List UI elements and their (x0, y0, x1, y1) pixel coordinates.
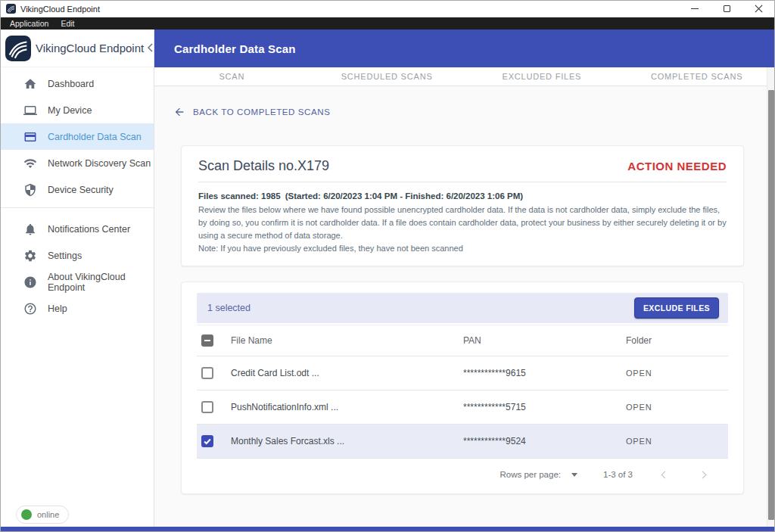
minimize-button[interactable] (679, 1, 711, 17)
sidebar-item-dashboard[interactable]: Dashboard (1, 70, 154, 97)
file-name: PushNotificationInfo.xml ... (227, 402, 463, 412)
help-icon (23, 302, 37, 316)
file-table-card: 1 selected EXCLUDE FILES File Name PAN F… (181, 282, 744, 494)
file-name: Credit Card List.odt ... (227, 368, 463, 378)
pan-value: ************9524 (463, 436, 626, 446)
bell-icon (23, 222, 37, 236)
minimize-icon (691, 8, 699, 9)
exclude-files-button[interactable]: EXCLUDE FILES (634, 297, 719, 319)
window-title: VikingCloud Endpoint (20, 5, 100, 14)
column-header-folder: Folder (626, 335, 728, 346)
table-header-row: File Name PAN Folder (197, 325, 728, 356)
sidebar-item-notifications-center[interactable]: Notifications Center (1, 216, 154, 242)
table-row-selected: Monthly Sales Forcast.xls ... **********… (197, 425, 728, 459)
sidebar-item-my-device[interactable]: My Device (1, 97, 154, 123)
selection-toolbar: 1 selected EXCLUDE FILES (197, 293, 728, 323)
column-header-pan: PAN (463, 335, 626, 346)
open-folder-link[interactable]: OPEN (626, 437, 728, 446)
next-page-button[interactable] (696, 468, 708, 481)
close-icon (755, 5, 763, 13)
menu-edit[interactable]: Edit (54, 17, 80, 30)
pan-value: ************9615 (463, 368, 626, 378)
sidebar-header: VikingCloud Endpoint (1, 30, 154, 67)
file-name: Monthly Sales Forcast.xls ... (227, 436, 463, 446)
row-checkbox[interactable] (201, 367, 213, 379)
scan-details-card: Scan Details no.X179 ACTION NEEDED Files… (181, 145, 744, 266)
sidebar-item-settings[interactable]: Settings (1, 242, 154, 269)
rows-per-page-dropdown[interactable] (571, 473, 577, 477)
chevron-right-icon (699, 471, 706, 478)
pan-value: ************5715 (463, 402, 626, 412)
scan-details-title: Scan Details no.X179 (198, 158, 329, 174)
vertical-scrollbar[interactable] (767, 67, 774, 528)
sidebar-item-network-discovery-scan[interactable]: Network Discovery Scan (1, 150, 154, 176)
window-bottom-accent (1, 527, 774, 531)
app-logo-icon (6, 4, 16, 14)
back-to-completed-scans-link[interactable]: BACK TO COMPLETED SCANS (173, 106, 330, 118)
brand-logo-icon (5, 36, 31, 61)
brand-name: VikingCloud Endpoint (36, 42, 144, 54)
close-button[interactable] (742, 1, 774, 17)
sidebar-nav-secondary: Notifications Center Settings About Viki… (1, 213, 154, 322)
row-checkbox-checked[interactable] (201, 435, 213, 447)
action-needed-badge: ACTION NEEDED (627, 160, 727, 173)
status-badge: online (16, 506, 69, 524)
sidebar-divider (1, 207, 154, 208)
select-all-checkbox[interactable] (201, 334, 213, 347)
table-row: Credit Card List.odt ... ************961… (197, 356, 728, 390)
divider (198, 182, 727, 182)
arrow-left-icon (173, 106, 185, 118)
pagination-range: 1-3 of 3 (603, 470, 633, 479)
sidebar-item-cardholder-data-scan[interactable]: Cardholder Data Scan (1, 123, 154, 150)
page-title: Cardholder Data Scan (174, 42, 296, 55)
maximize-button[interactable] (711, 1, 742, 17)
maximize-icon (724, 5, 730, 12)
tab-bar: SCAN SCHEDULED SCANS EXCLUDED FILES COMP… (154, 67, 774, 86)
tab-completed-scans[interactable]: COMPLETED SCANS (619, 67, 774, 86)
content-area: BACK TO COMPLETED SCANS Scan Details no.… (154, 86, 774, 532)
scan-description: Review the files below where we have fou… (198, 204, 727, 242)
online-status-icon (21, 509, 32, 520)
online-status-label: online (37, 510, 59, 519)
home-icon (23, 77, 37, 91)
scan-time-range: (Started: 6/20/2023 1:04 PM - Finished: … (285, 191, 523, 201)
menu-application[interactable]: Application (4, 17, 54, 30)
info-icon (23, 275, 37, 289)
row-checkbox[interactable] (201, 401, 213, 413)
rows-per-page-label: Rows per page: (500, 470, 561, 479)
chevron-left-icon (147, 43, 154, 52)
scrollbar-thumb[interactable] (768, 90, 774, 520)
open-folder-link[interactable]: OPEN (626, 369, 728, 378)
page-header: Cardholder Data Scan (154, 30, 774, 67)
previous-page-button[interactable] (658, 468, 671, 481)
shield-icon (23, 183, 37, 197)
scan-note: Note: If you have previously excluded fi… (198, 242, 727, 255)
app-menubar: Application Edit (1, 17, 774, 30)
os-titlebar: VikingCloud Endpoint (1, 1, 774, 17)
tab-excluded-files[interactable]: EXCLUDED FILES (465, 67, 620, 86)
check-icon (203, 437, 212, 446)
table-pagination: Rows per page: 1-3 of 3 (197, 459, 728, 490)
main-area: Cardholder Data Scan SCAN SCHEDULED SCAN… (154, 30, 774, 532)
gear-icon (23, 249, 37, 263)
sidebar-nav-primary: Dashboard My Device Cardholder Data Scan… (1, 67, 154, 203)
tab-scheduled-scans[interactable]: SCHEDULED SCANS (310, 67, 465, 86)
sidebar: VikingCloud Endpoint Dashboard My Device… (1, 30, 154, 532)
tab-scan[interactable]: SCAN (154, 67, 310, 86)
selected-count: 1 selected (207, 303, 251, 313)
credit-card-icon (23, 130, 37, 144)
table-row: PushNotificationInfo.xml ... ***********… (197, 390, 728, 425)
chevron-left-icon (661, 471, 668, 478)
column-header-file-name: File Name (227, 335, 463, 346)
wifi-icon (23, 157, 37, 170)
sidebar-item-device-security[interactable]: Device Security (1, 176, 154, 203)
open-folder-link[interactable]: OPEN (626, 403, 728, 412)
files-scanned-line: Files scanned: 1985(Started: 6/20/2023 1… (198, 191, 727, 201)
indeterminate-icon (204, 340, 210, 341)
laptop-icon (23, 104, 37, 117)
app-window: VikingCloud Endpoint Application Edit Vi… (0, 0, 775, 532)
sidebar-item-help[interactable]: Help (1, 295, 154, 322)
sidebar-item-about[interactable]: About VikingCloud Endpoint (1, 269, 154, 295)
